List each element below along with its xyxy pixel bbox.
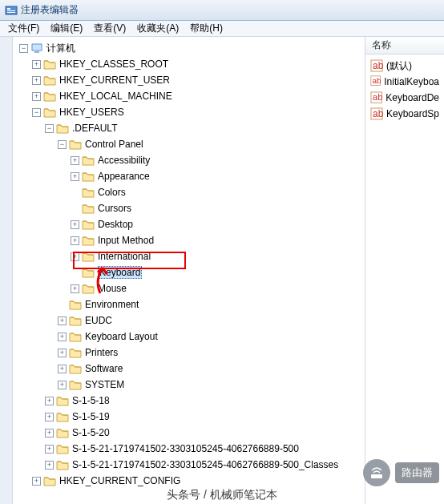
expand-toggle[interactable]: +: [58, 349, 67, 357]
expand-toggle[interactable]: +: [45, 429, 54, 437]
value-default[interactable]: ab(默认): [365, 58, 444, 74]
expand-toggle[interactable]: +: [58, 365, 67, 373]
folder-icon: [56, 459, 69, 470]
tree-printers[interactable]: +Printers: [16, 345, 365, 361]
tree-hkcu[interactable]: +HKEY_CURRENT_USER: [16, 72, 365, 88]
footer-watermark: 头条号 / 机械师笔记本: [0, 488, 444, 502]
tree-eudc[interactable]: +EUDC: [16, 312, 365, 329]
expand-toggle[interactable]: +: [71, 156, 79, 165]
column-header-name[interactable]: 名称: [365, 37, 444, 54]
tree-control-panel[interactable]: −Control Panel: [16, 136, 365, 152]
tree-keyboard-layout[interactable]: +Keyboard Layout: [16, 329, 365, 345]
value-keyboard-speed[interactable]: abKeyboardSp: [365, 106, 444, 122]
expand-toggle[interactable]: +: [32, 92, 41, 101]
value-name: (默认): [386, 59, 412, 73]
watermark-text: 路由器: [395, 462, 439, 483]
tree-label: Input Method: [98, 235, 154, 246]
expand-toggle[interactable]: +: [32, 76, 41, 85]
value-name: KeyboardSp: [386, 108, 439, 119]
folder-icon: [56, 123, 69, 134]
tree-label: S-1-5-18: [72, 395, 110, 406]
tree-label: HKEY_LOCAL_MACHINE: [59, 91, 172, 102]
folder-icon: [82, 251, 95, 262]
tree-accessibility[interactable]: +Accessibility: [16, 152, 365, 168]
tree-sid2[interactable]: +S-1-5-21-1719741502-3303105245-40627668…: [16, 457, 365, 473]
expand-toggle[interactable]: +: [45, 461, 54, 470]
menu-edit[interactable]: 编辑(E): [46, 21, 87, 36]
expand-toggle[interactable]: −: [45, 124, 54, 133]
tree-hkcc[interactable]: +HKEY_CURRENT_CONFIG: [16, 473, 365, 489]
folder-icon: [69, 139, 82, 150]
tree-environment[interactable]: Environment: [16, 296, 365, 312]
folder-icon: [82, 283, 95, 294]
svg-rect-14: [371, 474, 382, 478]
expand-toggle[interactable]: +: [45, 397, 54, 405]
tree-s20[interactable]: +S-1-5-20: [16, 425, 365, 441]
expand-toggle[interactable]: −: [19, 44, 28, 53]
tree-cursors[interactable]: Cursors: [16, 200, 365, 216]
folder-icon: [69, 379, 82, 390]
tree-default[interactable]: −.DEFAULT: [16, 120, 365, 136]
folder-icon: [43, 58, 56, 70]
tree-label: Appearance: [98, 171, 150, 182]
menu-file[interactable]: 文件(F): [3, 21, 44, 36]
folder-icon: [82, 219, 95, 230]
tree-mouse[interactable]: +Mouse: [16, 280, 365, 296]
tree-input-method[interactable]: +Input Method: [16, 232, 365, 248]
app-icon: [5, 4, 18, 17]
tree-desktop[interactable]: +Desktop: [16, 216, 365, 232]
expand-toggle[interactable]: −: [58, 140, 67, 149]
expand-toggle[interactable]: +: [58, 317, 67, 325]
folder-icon: [43, 475, 56, 486]
expand-toggle[interactable]: +: [58, 333, 67, 341]
expand-toggle[interactable]: +: [32, 60, 41, 69]
tree-hku[interactable]: −HKEY_USERS: [16, 104, 365, 120]
string-icon: ab: [370, 91, 382, 104]
folder-icon: [56, 427, 69, 438]
string-icon: ab: [370, 59, 383, 72]
tree-label: S-1-5-21-1719741502-3303105245-406276688…: [72, 443, 299, 454]
expand-toggle[interactable]: +: [71, 220, 79, 229]
value-keyboard-delay[interactable]: abKeyboardDe: [365, 90, 444, 106]
expand-toggle[interactable]: +: [71, 252, 79, 261]
tree-international[interactable]: +International: [16, 248, 365, 264]
expand-toggle[interactable]: +: [71, 236, 79, 245]
svg-rect-1: [7, 8, 10, 10]
menu-favorites[interactable]: 收藏夹(A): [132, 21, 184, 36]
folder-icon: [56, 443, 69, 454]
folder-icon: [82, 235, 95, 246]
svg-text:ab: ab: [373, 92, 382, 102]
menu-help[interactable]: 帮助(H): [185, 21, 228, 36]
folder-icon: [69, 347, 82, 358]
folder-icon: [82, 187, 95, 198]
expand-toggle[interactable]: +: [71, 284, 79, 293]
tree-s18[interactable]: +S-1-5-18: [16, 393, 365, 409]
tree-colors[interactable]: Colors: [16, 184, 365, 200]
tree-label: Control Panel: [85, 139, 143, 150]
tree-s19[interactable]: +S-1-5-19: [16, 409, 365, 425]
value-initial-keyboard[interactable]: abInitialKeyboa: [365, 74, 444, 90]
svg-rect-2: [7, 10, 15, 11]
expand-toggle[interactable]: +: [71, 172, 79, 181]
expand-toggle[interactable]: +: [45, 445, 54, 454]
tree-hklm[interactable]: +HKEY_LOCAL_MACHINE: [16, 88, 365, 104]
folder-icon: [43, 91, 56, 102]
expand-toggle[interactable]: −: [32, 108, 41, 117]
expand-toggle[interactable]: +: [45, 413, 54, 421]
folder-icon: [43, 75, 56, 86]
folder-icon: [82, 267, 95, 278]
tree-computer[interactable]: −计算机: [16, 40, 365, 56]
tree-label: Printers: [85, 347, 118, 358]
tree-hkcr[interactable]: +HKEY_CLASSES_ROOT: [16, 56, 365, 72]
router-icon: [363, 459, 390, 486]
menu-view[interactable]: 查看(V): [89, 21, 131, 36]
registry-tree[interactable]: −计算机+HKEY_CLASSES_ROOT+HKEY_CURRENT_USER…: [13, 37, 365, 492]
expand-toggle[interactable]: +: [58, 381, 67, 389]
tree-software[interactable]: +Software: [16, 361, 365, 377]
tree-keyboard[interactable]: Keyboard: [16, 264, 365, 280]
expand-toggle[interactable]: +: [32, 477, 41, 486]
folder-icon: [82, 155, 95, 166]
tree-system[interactable]: +SYSTEM: [16, 377, 365, 393]
tree-sid1[interactable]: +S-1-5-21-1719741502-3303105245-40627668…: [16, 441, 365, 457]
tree-appearance[interactable]: +Appearance: [16, 168, 365, 184]
